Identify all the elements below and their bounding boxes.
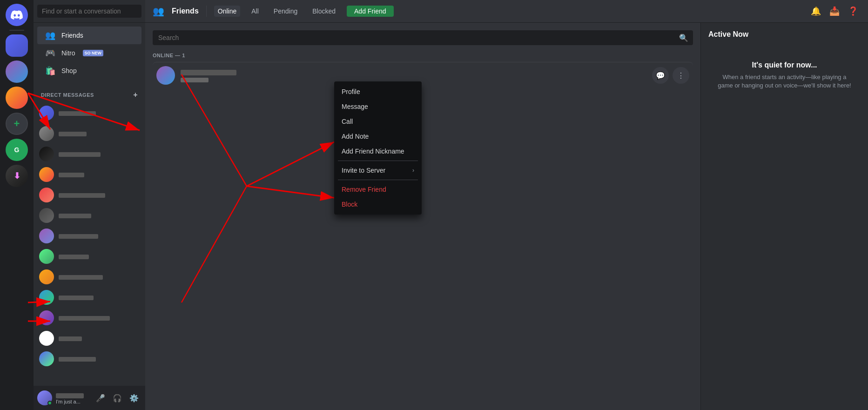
avatar [39, 331, 54, 346]
username-display [56, 392, 89, 399]
avatar [39, 208, 54, 223]
list-item[interactable] [35, 103, 143, 123]
dm-username [59, 232, 98, 240]
active-now-empty-desc: When a friend starts an activity—like pl… [716, 73, 853, 90]
top-bar-divider [206, 6, 207, 17]
list-item[interactable] [35, 123, 143, 144]
dm-username [59, 171, 84, 178]
avatar [39, 351, 54, 366]
find-conversation-input[interactable] [37, 5, 141, 18]
server-icon-6[interactable]: ⬇ [6, 165, 28, 187]
context-menu-divider-2 [338, 180, 418, 180]
help-button[interactable]: ❓ [846, 4, 861, 19]
server-icon-5[interactable]: G [6, 139, 28, 161]
context-menu-item-invite-server[interactable]: Invite to Server › [338, 163, 418, 178]
dm-username [59, 253, 89, 260]
user-settings-button[interactable]: ⚙️ [127, 390, 141, 405]
dm-section-header: DIRECT MESSAGES + [34, 83, 145, 101]
inbox-button[interactable]: 📥 [827, 4, 842, 19]
online-count: ONLINE — 1 [153, 53, 693, 58]
avatar [39, 290, 54, 305]
list-item[interactable] [35, 226, 143, 246]
nitro-nav-icon: 🎮 [45, 48, 56, 58]
dm-username [59, 314, 110, 322]
friends-search-input[interactable] [153, 30, 693, 45]
user-controls: 🎤 🎧 ⚙️ [93, 390, 141, 405]
list-item[interactable] [35, 164, 143, 185]
nav-shop-label: Shop [61, 67, 77, 74]
invite-server-label: Invite to Server [342, 167, 385, 174]
server-icon-1[interactable] [6, 34, 28, 57]
avatar [39, 126, 54, 141]
server-icon-3[interactable] [6, 87, 28, 109]
top-bar: 👥 Friends Online All Pending Blocked Add… [145, 0, 868, 23]
nav-shop[interactable]: 🛍️ Shop [37, 62, 141, 80]
list-item[interactable] [35, 267, 143, 287]
list-item[interactable] [35, 185, 143, 205]
notifications-button[interactable]: 🔔 [808, 4, 823, 19]
dm-username [59, 294, 94, 301]
mute-button[interactable]: 🎤 [93, 390, 108, 405]
user-status-display: I'm just a... [56, 399, 89, 404]
dm-list [34, 101, 145, 386]
list-item[interactable] [35, 205, 143, 226]
dm-username [59, 130, 87, 137]
context-menu-item-block[interactable]: Block [338, 197, 418, 212]
discord-home-button[interactable] [6, 4, 28, 26]
avatar [39, 167, 54, 182]
active-now-empty: It's quiet for now... When a friend star… [708, 46, 861, 105]
shop-nav-icon: 🛍️ [45, 66, 56, 76]
list-item[interactable] [35, 287, 143, 308]
list-item[interactable] [35, 246, 143, 267]
dm-section-label: DIRECT MESSAGES [41, 92, 94, 98]
nav-nitro-label: Nitro [61, 49, 75, 57]
context-menu-item-add-note[interactable]: Add Note [338, 129, 418, 144]
context-menu-item-remove-friend[interactable]: Remove Friend [338, 182, 418, 197]
context-menu-item-call[interactable]: Call [338, 114, 418, 129]
more-options-button[interactable]: ⋮ [673, 67, 689, 84]
page-title: Friends [172, 7, 199, 15]
dm-username [59, 150, 101, 158]
context-menu-item-message[interactable]: Message [338, 99, 418, 114]
avatar [39, 188, 54, 202]
active-now-empty-title: It's quiet for now... [716, 61, 853, 69]
message-friend-button[interactable]: 💬 [652, 67, 669, 84]
avatar [39, 229, 54, 243]
list-item[interactable] [35, 308, 143, 328]
dm-username [59, 191, 105, 199]
avatar [39, 106, 54, 121]
context-menu: Profile Message Call Add Note Add Friend… [334, 81, 422, 215]
nav-nitro[interactable]: 🎮 Nitro SO NEW [37, 44, 141, 62]
list-item[interactable] [35, 144, 143, 164]
dm-username [59, 212, 91, 219]
list-item[interactable] [35, 349, 143, 369]
nav-friends[interactable]: 👥 Friends [37, 27, 141, 44]
add-dm-button[interactable]: + [133, 91, 138, 99]
friends-icon: 👥 [153, 6, 164, 17]
deafen-button[interactable]: 🎧 [110, 390, 125, 405]
friend-name [181, 68, 652, 76]
friend-avatar [156, 66, 175, 85]
avatar [39, 269, 54, 284]
add-friend-button[interactable]: Add Friend [347, 6, 393, 17]
context-menu-item-add-nickname[interactable]: Add Friend Nickname [338, 144, 418, 159]
friends-nav-icon: 👥 [45, 30, 56, 40]
active-now-panel: Active Now It's quiet for now... When a … [700, 23, 868, 410]
friends-search-container: 🔍 [153, 30, 693, 45]
nav-friends-label: Friends [61, 32, 83, 39]
dm-panel: 👥 Friends 🎮 Nitro SO NEW 🛍️ Shop DIRECT … [34, 0, 145, 410]
context-menu-item-profile[interactable]: Profile [338, 84, 418, 99]
user-avatar [37, 390, 52, 405]
tab-pending[interactable]: Pending [270, 6, 301, 17]
friend-row[interactable]: 💬 ⋮ [153, 62, 693, 88]
tab-blocked[interactable]: Blocked [309, 6, 339, 17]
search-bar-container [34, 0, 145, 23]
list-item[interactable] [35, 328, 143, 349]
server-icon-2[interactable] [6, 60, 28, 83]
add-server-button[interactable]: + [6, 113, 28, 135]
tab-all[interactable]: All [248, 6, 262, 17]
friend-info [181, 68, 652, 83]
friends-list: 🔍 ONLINE — 1 💬 ⋮ [145, 23, 700, 410]
tab-online[interactable]: Online [214, 6, 240, 17]
user-info: I'm just a... [56, 392, 89, 404]
